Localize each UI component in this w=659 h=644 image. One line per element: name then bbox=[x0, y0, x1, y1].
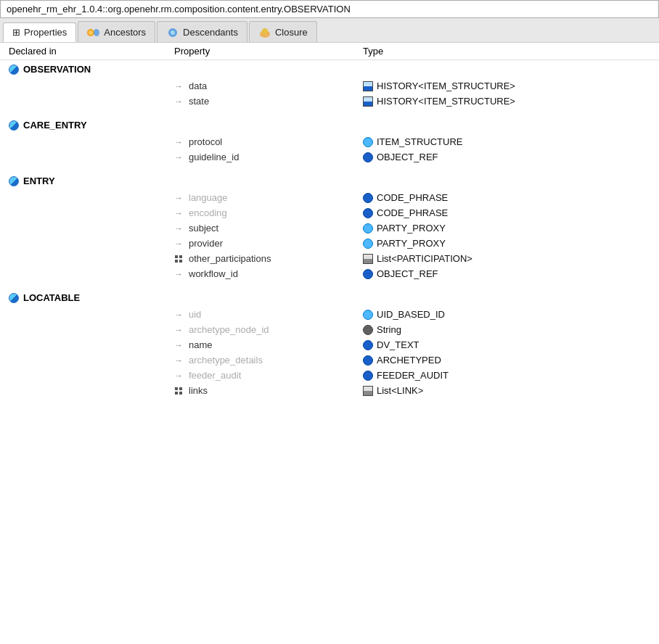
prop-name[interactable]: subject bbox=[189, 223, 218, 234]
tab-ancestors-label: Ancestors bbox=[104, 27, 146, 38]
arrow-icon: → bbox=[174, 96, 186, 107]
type-label[interactable]: ITEM_STRUCTURE bbox=[377, 136, 462, 147]
type-icon bbox=[363, 310, 373, 320]
prop-name-cell: →language bbox=[174, 191, 363, 205]
prop-name-cell: →guideline_id bbox=[174, 150, 363, 164]
type-label[interactable]: PARTY_PROXY bbox=[377, 223, 446, 234]
prop-name[interactable]: state bbox=[189, 96, 209, 107]
prop-name[interactable]: guideline_id bbox=[189, 152, 239, 162]
col-header-declared: Declared in bbox=[0, 46, 174, 57]
prop-name[interactable]: other_participations bbox=[189, 253, 271, 264]
type-icon bbox=[363, 254, 373, 264]
prop-name[interactable]: uid bbox=[189, 309, 201, 320]
type-label[interactable]: CODE_PHRASE bbox=[377, 207, 448, 218]
type-label[interactable]: OBJECT_REF bbox=[377, 152, 438, 162]
tab-properties-label: Properties bbox=[24, 27, 67, 38]
prop-name[interactable]: encoding bbox=[189, 207, 227, 218]
section-header-locatable: LOCATABLE bbox=[0, 289, 659, 305]
type-label[interactable]: HISTORY<ITEM_STRUCTURE> bbox=[377, 80, 515, 91]
prop-name-cell: →protocol bbox=[174, 135, 363, 149]
prop-name-cell: →workflow_id bbox=[174, 267, 363, 281]
type-label[interactable]: ARCHETYPED bbox=[377, 355, 441, 366]
arrow-icon bbox=[174, 386, 186, 396]
property-row: →uidUID_BASED_ID bbox=[0, 307, 659, 322]
class-icon bbox=[9, 120, 19, 131]
arrow-icon: → bbox=[174, 81, 186, 91]
svg-rect-10 bbox=[179, 260, 182, 263]
properties-icon: ⊞ bbox=[12, 27, 20, 38]
prop-type-cell: PARTY_PROXY bbox=[363, 238, 659, 249]
arrow-icon: → bbox=[174, 137, 186, 147]
type-icon bbox=[363, 137, 373, 147]
declared-label-locatable: LOCATABLE bbox=[9, 292, 80, 303]
type-label[interactable]: OBJECT_REF bbox=[377, 268, 438, 279]
prop-name[interactable]: language bbox=[189, 192, 228, 203]
type-icon bbox=[363, 371, 373, 381]
prop-name-cell: →archetype_details bbox=[174, 353, 363, 367]
prop-name-cell: →feeder_audit bbox=[174, 368, 363, 382]
property-row: →guideline_idOBJECT_REF bbox=[0, 149, 659, 165]
type-label[interactable]: String bbox=[377, 324, 401, 335]
prop-name[interactable]: workflow_id bbox=[189, 268, 238, 279]
tab-properties[interactable]: ⊞ Properties bbox=[3, 22, 76, 42]
svg-rect-9 bbox=[175, 260, 178, 263]
declared-class-name: ENTRY bbox=[23, 176, 55, 186]
arrow-icon: → bbox=[174, 325, 186, 335]
type-label[interactable]: FEEDER_AUDIT bbox=[377, 370, 449, 381]
ancestors-icon bbox=[87, 25, 100, 38]
prop-name[interactable]: protocol bbox=[189, 136, 222, 147]
prop-name[interactable]: provider bbox=[189, 238, 223, 249]
content-area: Declared in Property Type OBSERVATION→da… bbox=[0, 43, 659, 405]
prop-name[interactable]: data bbox=[189, 80, 207, 91]
arrow-icon: → bbox=[174, 340, 186, 350]
prop-name-cell: links bbox=[174, 384, 363, 397]
type-label[interactable]: List<PARTICIPATION> bbox=[377, 253, 472, 264]
closure-icon bbox=[258, 25, 271, 38]
property-row: other_participationsList<PARTICIPATION> bbox=[0, 251, 659, 266]
property-row: →encodingCODE_PHRASE bbox=[0, 205, 659, 220]
arrow-icon: → bbox=[174, 239, 186, 249]
type-label[interactable]: List<LINK> bbox=[377, 385, 423, 396]
svg-point-2 bbox=[94, 29, 99, 36]
arrow-icon: → bbox=[174, 310, 186, 320]
prop-name-cell: other_participations bbox=[174, 252, 363, 265]
type-icon bbox=[363, 325, 373, 335]
type-icon bbox=[363, 152, 373, 162]
svg-rect-11 bbox=[175, 387, 178, 390]
property-row: →languageCODE_PHRASE bbox=[0, 190, 659, 205]
declared-class-name: OBSERVATION bbox=[23, 64, 91, 75]
type-icon bbox=[363, 81, 373, 91]
sections-container: OBSERVATION→dataHISTORY<ITEM_STRUCTURE>→… bbox=[0, 60, 659, 405]
type-label[interactable]: HISTORY<ITEM_STRUCTURE> bbox=[377, 96, 515, 107]
tab-ancestors[interactable]: Ancestors bbox=[78, 21, 155, 42]
property-row: →subjectPARTY_PROXY bbox=[0, 220, 659, 236]
svg-point-6 bbox=[262, 28, 268, 34]
prop-type-cell: FEEDER_AUDIT bbox=[363, 370, 659, 381]
section-header-care_entry: CARE_ENTRY bbox=[0, 116, 659, 133]
class-icon bbox=[9, 176, 19, 186]
type-label[interactable]: PARTY_PROXY bbox=[377, 238, 446, 249]
svg-rect-12 bbox=[179, 387, 182, 390]
prop-type-cell: PARTY_PROXY bbox=[363, 223, 659, 234]
section-header-observation: OBSERVATION bbox=[0, 60, 659, 77]
prop-name-cell: →name bbox=[174, 338, 363, 352]
tab-closure[interactable]: Closure bbox=[249, 21, 317, 42]
type-label[interactable]: DV_TEXT bbox=[377, 339, 419, 350]
property-row: →protocolITEM_STRUCTURE bbox=[0, 134, 659, 149]
type-label[interactable]: UID_BASED_ID bbox=[377, 309, 445, 320]
type-label[interactable]: CODE_PHRASE bbox=[377, 192, 448, 203]
prop-name-cell: →encoding bbox=[174, 206, 363, 220]
prop-name[interactable]: name bbox=[189, 339, 213, 350]
class-icon bbox=[9, 293, 19, 303]
arrow-icon: → bbox=[174, 269, 186, 279]
prop-name[interactable]: archetype_node_id bbox=[189, 324, 269, 335]
prop-name[interactable]: archetype_details bbox=[189, 355, 263, 366]
prop-name[interactable]: links bbox=[189, 385, 208, 396]
prop-type-cell: List<LINK> bbox=[363, 385, 659, 396]
column-headers: Declared in Property Type bbox=[0, 43, 659, 60]
tab-descendants[interactable]: Descendants bbox=[157, 21, 247, 42]
prop-type-cell: DV_TEXT bbox=[363, 339, 659, 350]
property-row: →archetype_detailsARCHETYPED bbox=[0, 352, 659, 368]
prop-name[interactable]: feeder_audit bbox=[189, 370, 241, 381]
arrow-icon bbox=[174, 254, 186, 264]
